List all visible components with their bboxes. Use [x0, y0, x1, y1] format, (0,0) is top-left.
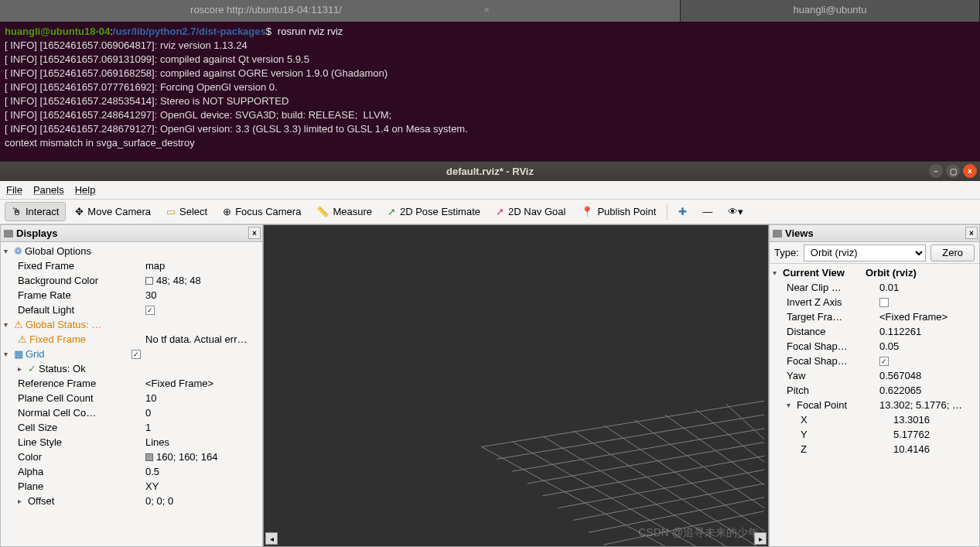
chevron-right-icon[interactable]: ▸	[18, 497, 26, 505]
close-icon[interactable]: ×	[483, 4, 490, 15]
views-tree[interactable]: ▾Current ViewOrbit (rviz) Near Clip …0.0…	[770, 264, 979, 546]
checkbox-icon[interactable]	[879, 298, 889, 307]
panel-title: Views	[785, 227, 814, 239]
distance-item[interactable]: Distance0.112261	[770, 324, 979, 339]
line-style-item[interactable]: Line StyleLines	[1, 435, 262, 450]
terminal-line: [ INFO] [1652461657.248679127]: OpenGl v…	[5, 123, 468, 135]
publish-point-button[interactable]: 📍Publish Point	[575, 203, 662, 221]
minimize-button[interactable]: –	[929, 164, 943, 178]
measure-button[interactable]: 📏Measure	[310, 203, 378, 221]
zero-button[interactable]: Zero	[930, 244, 975, 262]
chevron-down-icon[interactable]: ▾	[773, 268, 780, 277]
warning-icon: ⚠	[18, 333, 27, 345]
cell-size-item[interactable]: Cell Size1	[1, 420, 262, 435]
scroll-left-button[interactable]: ◂	[265, 532, 278, 545]
chevron-right-icon[interactable]: ▸	[18, 364, 26, 373]
svg-line-0	[482, 401, 765, 446]
svg-line-9	[482, 447, 665, 546]
nav-goal-button[interactable]: ➚2D Nav Goal	[490, 203, 572, 221]
tab-roscore[interactable]: roscore http://ubuntu18-04:11311/ ×	[0, 0, 681, 22]
near-clip-item[interactable]: Near Clip …0.01	[770, 280, 979, 295]
select-icon: ▭	[166, 206, 176, 217]
invert-z-item[interactable]: Invert Z Axis	[770, 295, 979, 309]
bg-color-item[interactable]: Background Color48; 48; 48	[1, 273, 262, 288]
target-frame-item[interactable]: Target Fra…<Fixed Frame>	[770, 309, 979, 324]
yaw-item[interactable]: Yaw0.567048	[770, 368, 979, 383]
scroll-right-button[interactable]: ▸	[754, 532, 767, 545]
frame-rate-item[interactable]: Frame Rate30	[1, 288, 262, 303]
focal-shape2-item[interactable]: Focal Shap…✓	[770, 354, 979, 368]
alpha-item[interactable]: Alpha0.5	[1, 464, 262, 479]
focal-y-item[interactable]: Y5.17762	[770, 427, 979, 442]
tab-terminal2[interactable]: huangli@ubuntu	[681, 0, 980, 22]
remove-button[interactable]: —	[696, 203, 719, 221]
terminal-command: rosrun rviz rviz	[278, 26, 343, 37]
view-type-select[interactable]: Orbit (rviz)	[804, 244, 926, 262]
svg-line-5	[558, 470, 764, 508]
focus-camera-button[interactable]: ⊕Focus Camera	[217, 203, 307, 221]
move-camera-button[interactable]: ✥Move Camera	[69, 203, 157, 221]
arrow-icon: ➚	[388, 206, 396, 217]
close-icon[interactable]: ×	[248, 227, 261, 239]
views-toolbar: Type: Orbit (rviz) Zero	[770, 242, 979, 264]
color-swatch	[145, 453, 153, 461]
plane-item[interactable]: PlaneXY	[1, 479, 262, 494]
pitch-item[interactable]: Pitch0.622065	[770, 383, 979, 398]
terminal-line: [ INFO] [1652461657.248641297]: OpenGL d…	[5, 109, 391, 121]
type-label: Type:	[774, 247, 799, 258]
views-header[interactable]: Views ×	[770, 225, 979, 242]
grid-item[interactable]: ▾▦Grid✓	[1, 347, 262, 361]
close-button[interactable]: ×	[963, 164, 977, 178]
fixed-frame-item[interactable]: Fixed Framemap	[1, 258, 262, 273]
chevron-down-icon[interactable]: ▾	[4, 247, 12, 255]
tab-label: huangli@ubuntu	[794, 4, 867, 15]
svg-line-14	[634, 420, 764, 508]
reference-frame-item[interactable]: Reference Frame<Fixed Frame>	[1, 376, 262, 391]
terminal-path: /usr/lib/python2.7/dist-packages	[113, 26, 266, 37]
maximize-button[interactable]: ▢	[946, 164, 960, 178]
select-button[interactable]: ▭Select	[160, 203, 213, 221]
chevron-down-icon[interactable]: ▾	[787, 401, 794, 409]
displays-header[interactable]: Displays ×	[1, 225, 262, 242]
checkbox-icon[interactable]: ✓	[145, 306, 155, 315]
status-fixed-frame-item[interactable]: ⚠Fixed FrameNo tf data. Actual err…	[1, 332, 262, 347]
plane-cell-count-item[interactable]: Plane Cell Count10	[1, 391, 262, 405]
chevron-down-icon[interactable]: ▾	[4, 320, 12, 329]
prompt-symbol: $	[266, 26, 271, 37]
interact-button[interactable]: 🖱Interact	[5, 202, 66, 221]
terminal-line: [ INFO] [1652461657.069064817]: rviz ver…	[5, 39, 248, 51]
svg-line-16	[695, 409, 764, 462]
focal-x-item[interactable]: X13.3016	[770, 412, 979, 427]
global-options-item[interactable]: ▾❁Global Options	[1, 244, 262, 258]
move-icon: ✥	[75, 206, 84, 217]
focal-point-item[interactable]: ▾Focal Point13.302; 5.1776; …	[770, 398, 979, 412]
focal-shape1-item[interactable]: Focal Shap…0.05	[770, 339, 979, 354]
default-light-item[interactable]: Default Light✓	[1, 303, 262, 317]
pose-estimate-button[interactable]: ➚2D Pose Estimate	[381, 203, 487, 221]
normal-cell-count-item[interactable]: Normal Cell Co…0	[1, 405, 262, 420]
global-status-item[interactable]: ▾⚠Global Status: …	[1, 317, 262, 332]
visibility-button[interactable]: 👁▾	[722, 203, 750, 221]
grid-color-item[interactable]: Color160; 160; 164	[1, 450, 262, 464]
ruler-icon: 📏	[316, 206, 329, 217]
3d-viewport[interactable]: ◂ ▸ CSDN @追寻未来的少年	[263, 224, 769, 547]
menu-panels[interactable]: Panels	[33, 184, 64, 196]
chevron-down-icon[interactable]: ▾	[4, 350, 12, 358]
color-swatch	[145, 277, 153, 285]
menu-file[interactable]: File	[6, 184, 22, 196]
minus-icon: —	[702, 206, 712, 217]
close-icon[interactable]: ×	[965, 227, 978, 239]
grid-icon: ▦	[14, 348, 23, 360]
offset-item[interactable]: ▸Offset0; 0; 0	[1, 494, 262, 508]
current-view-item[interactable]: ▾Current ViewOrbit (rviz)	[770, 265, 979, 280]
menu-help[interactable]: Help	[75, 184, 96, 196]
focal-z-item[interactable]: Z10.4146	[770, 442, 979, 456]
checkbox-icon[interactable]: ✓	[131, 350, 141, 359]
grid-status-item[interactable]: ▸✓Status: Ok	[1, 361, 262, 376]
add-button[interactable]: ✚	[672, 203, 693, 221]
displays-tree[interactable]: ▾❁Global Options Fixed Framemap Backgrou…	[1, 242, 262, 546]
checkbox-icon[interactable]: ✓	[879, 357, 889, 366]
terminal-output[interactable]: huangli@ubuntu18-04:/usr/lib/python2.7/d…	[0, 22, 980, 161]
views-panel: Views × Type: Orbit (rviz) Zero ▾Current…	[769, 224, 980, 547]
main-area: Displays × ▾❁Global Options Fixed Framem…	[0, 224, 980, 547]
